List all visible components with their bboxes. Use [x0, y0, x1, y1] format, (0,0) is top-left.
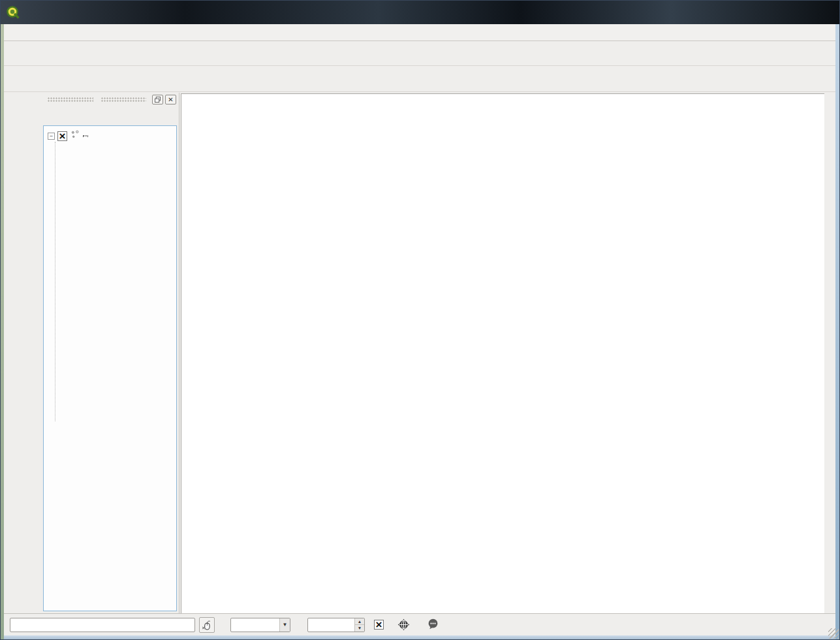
- map-svg: [181, 94, 825, 614]
- window-frame-left: [1, 24, 4, 640]
- scale-combo[interactable]: ▼: [230, 618, 290, 632]
- window-frame-right: [835, 24, 839, 640]
- layers-panel: ✕ − ×: [41, 93, 179, 613]
- panel-float-button[interactable]: [152, 95, 163, 104]
- rotation-up-icon[interactable]: ▲: [355, 618, 364, 626]
- layer-checkbox[interactable]: ×: [57, 131, 67, 141]
- coordinate-input[interactable]: [10, 618, 195, 632]
- tree-expander-icon[interactable]: −: [48, 133, 55, 140]
- scale-dropdown-icon[interactable]: ▼: [279, 618, 290, 632]
- resize-grip[interactable]: [828, 628, 839, 639]
- qgis-window: ✕ − × ▼: [0, 0, 840, 640]
- qgis-logo-icon: [6, 5, 20, 20]
- layer-row-light[interactable]: − ×: [48, 129, 176, 143]
- crs-globe-icon: [397, 618, 410, 631]
- render-checkbox[interactable]: ×: [374, 620, 384, 630]
- map-canvas[interactable]: [181, 93, 824, 613]
- point-layer-icon: [70, 130, 80, 142]
- window-frame-bottom: [1, 635, 839, 640]
- messages-bubble-icon: [427, 618, 439, 630]
- messages-button[interactable]: [427, 618, 439, 632]
- layer-tree[interactable]: − ×: [43, 125, 177, 611]
- title-bar[interactable]: [1, 1, 839, 24]
- panel-close-button[interactable]: ✕: [165, 95, 176, 104]
- rotation-spinbox[interactable]: ▲ ▼: [307, 618, 365, 632]
- layer-name-light[interactable]: [83, 135, 88, 136]
- layers-panel-toolbar: [41, 106, 179, 124]
- menu-bar: [1, 24, 839, 41]
- tree-guide-line: [55, 142, 55, 421]
- layers-panel-titlebar[interactable]: ✕: [41, 93, 179, 106]
- rotation-down-icon[interactable]: ▼: [355, 625, 364, 632]
- coordinate-mouse-toggle[interactable]: [199, 617, 215, 633]
- toolbar-digitizing-labels: [1, 66, 839, 92]
- panel-drag-handle[interactable]: [48, 97, 93, 103]
- toolbar-file-nav-attributes: [1, 41, 839, 66]
- crs-status-button[interactable]: [397, 618, 414, 631]
- manage-layers-toolbar: [1, 93, 40, 613]
- render-toggle[interactable]: ×: [374, 620, 387, 630]
- status-bar: ▼ ▲ ▼ ×: [1, 613, 839, 635]
- rotation-value: [308, 618, 354, 632]
- panel-drag-handle[interactable]: [101, 97, 147, 103]
